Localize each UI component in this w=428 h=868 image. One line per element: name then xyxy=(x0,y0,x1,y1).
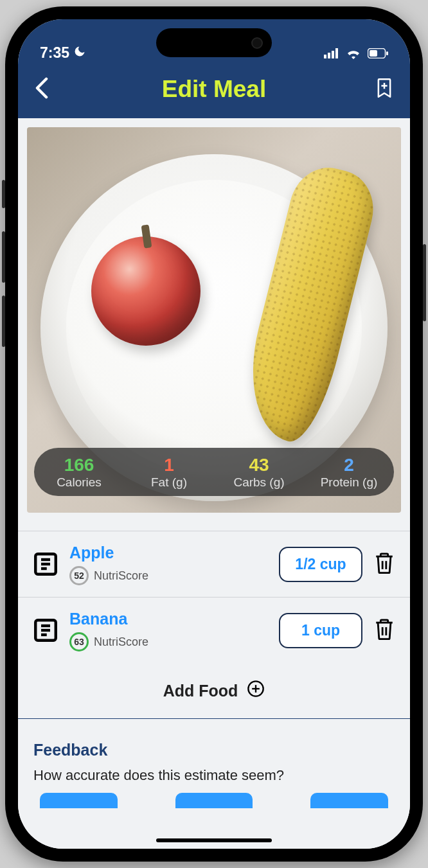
food-details-icon[interactable] xyxy=(31,616,60,645)
nutriscore-label: NutriScore xyxy=(94,635,148,649)
carbs-cell: 43 Carbs (g) xyxy=(214,456,304,490)
nutrition-summary: 166 Calories 1 Fat (g) 43 Carbs (g) 2 Pr… xyxy=(34,448,394,496)
meal-photo[interactable]: 166 Calories 1 Fat (g) 43 Carbs (g) 2 Pr… xyxy=(27,127,401,513)
portion-button[interactable]: 1/2 cup xyxy=(279,547,362,582)
back-button[interactable] xyxy=(35,77,60,102)
screen: 7:35 Edit Meal xyxy=(18,19,410,849)
food-row: Apple 52 NutriScore 1/2 cup xyxy=(18,531,410,597)
svg-rect-2 xyxy=(332,51,334,58)
svg-rect-0 xyxy=(324,55,326,58)
food-name[interactable]: Apple xyxy=(69,543,270,562)
fat-value: 1 xyxy=(124,456,214,475)
bookmark-add-button[interactable] xyxy=(368,78,393,101)
portion-button[interactable]: 1 cup xyxy=(279,613,362,648)
svg-rect-1 xyxy=(328,53,330,58)
carbs-label: Carbs (g) xyxy=(214,475,304,490)
calories-value: 166 xyxy=(34,456,124,475)
feedback-option-3[interactable] xyxy=(310,793,388,808)
food-list: Apple 52 NutriScore 1/2 cup xyxy=(18,531,410,719)
add-food-label: Add Food xyxy=(163,682,238,700)
battery-icon xyxy=(368,48,388,61)
feedback-title: Feedback xyxy=(33,741,395,759)
dnd-moon-icon xyxy=(73,44,86,62)
carbs-value: 43 xyxy=(214,456,304,475)
feedback-section: Feedback How accurate does this estimate… xyxy=(18,719,410,808)
delete-button[interactable] xyxy=(371,617,397,644)
feedback-option-2[interactable] xyxy=(175,793,253,808)
app-header: Edit Meal xyxy=(18,64,410,118)
food-row: Banana 63 NutriScore 1 cup xyxy=(18,597,410,663)
home-indicator[interactable] xyxy=(156,838,272,842)
nutriscore-badge: 63 xyxy=(69,632,89,651)
food-details-icon[interactable] xyxy=(31,549,60,579)
protein-value: 2 xyxy=(304,456,394,475)
fat-label: Fat (g) xyxy=(124,475,214,490)
volume-down xyxy=(2,296,5,347)
dynamic-island xyxy=(156,28,272,57)
food-name[interactable]: Banana xyxy=(69,609,270,628)
nutriscore-label: NutriScore xyxy=(94,569,148,583)
fat-cell: 1 Fat (g) xyxy=(124,456,214,490)
protein-cell: 2 Protein (g) xyxy=(304,456,394,490)
add-food-button[interactable]: Add Food xyxy=(18,663,410,719)
content-area: 166 Calories 1 Fat (g) 43 Carbs (g) 2 Pr… xyxy=(18,118,410,849)
apple-graphic xyxy=(91,236,201,346)
wifi-icon xyxy=(346,48,361,62)
plus-circle-icon xyxy=(247,680,265,702)
svg-rect-6 xyxy=(386,51,388,55)
feedback-option-1[interactable] xyxy=(40,793,118,808)
nutriscore-badge: 52 xyxy=(69,566,89,585)
feedback-options xyxy=(33,793,395,808)
delete-button[interactable] xyxy=(371,551,397,578)
svg-rect-3 xyxy=(335,48,338,58)
page-title: Edit Meal xyxy=(60,76,368,103)
power-button xyxy=(423,244,426,321)
protein-label: Protein (g) xyxy=(304,475,394,490)
svg-rect-5 xyxy=(370,50,377,57)
feedback-question: How accurate does this estimate seem? xyxy=(33,767,395,784)
cellular-icon xyxy=(324,48,339,61)
status-time: 7:35 xyxy=(40,44,69,62)
calories-cell: 166 Calories xyxy=(34,456,124,490)
mute-switch xyxy=(2,180,5,208)
calories-label: Calories xyxy=(34,475,124,490)
volume-up xyxy=(2,231,5,283)
phone-frame: 7:35 Edit Meal xyxy=(5,6,423,862)
